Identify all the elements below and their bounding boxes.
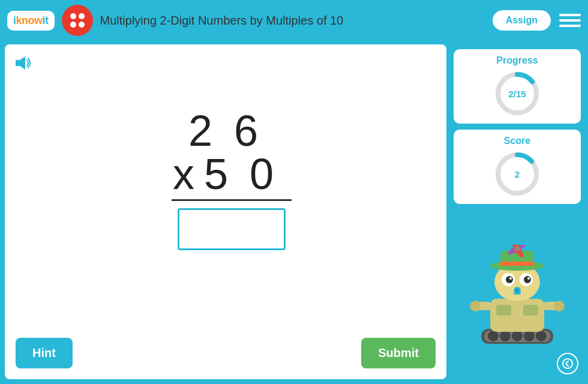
bottom-number: 5 0	[204, 152, 278, 196]
progress-label: Progress	[496, 55, 538, 66]
score-circle: 2	[493, 150, 541, 198]
svg-point-10	[512, 331, 523, 341]
lesson-title: Multiplying 2-Digit Numbers by Multiples…	[100, 14, 484, 28]
mascot-area	[454, 210, 581, 347]
svg-marker-1	[20, 56, 25, 70]
progress-circle: 2/15	[493, 70, 541, 118]
dice-dot	[70, 22, 76, 28]
svg-point-19	[554, 301, 565, 311]
main-body: 2 6 x 5 0 Hint Submit Progress 2/15	[0, 41, 588, 384]
svg-rect-28	[500, 262, 534, 266]
dice-dot	[79, 13, 85, 19]
left-panel: 2 6 x 5 0 Hint Submit	[5, 44, 446, 379]
score-value: 2	[515, 169, 520, 179]
answer-input-box[interactable]	[178, 208, 286, 250]
svg-point-33	[509, 277, 512, 280]
svg-point-8	[488, 331, 499, 341]
robot-mascot	[469, 245, 565, 347]
submit-button[interactable]: Submit	[361, 338, 436, 368]
progress-box: Progress 2/15	[454, 49, 581, 124]
logo-text: iknowit	[13, 14, 49, 27]
menu-icon[interactable]	[559, 10, 581, 31]
svg-rect-14	[496, 305, 511, 316]
svg-point-38	[563, 359, 572, 368]
sound-icon[interactable]	[14, 54, 32, 74]
svg-point-32	[524, 276, 531, 283]
svg-point-31	[506, 276, 513, 283]
progress-value: 2/15	[508, 89, 526, 99]
svg-point-17	[470, 301, 481, 311]
svg-point-34	[527, 277, 530, 280]
top-number: 2 6	[188, 109, 263, 152]
dice-dot	[70, 13, 76, 19]
assign-button[interactable]: Assign	[491, 9, 552, 32]
back-icon	[562, 358, 573, 369]
score-label: Score	[504, 136, 530, 146]
dice-icon	[62, 5, 93, 36]
svg-rect-37	[514, 292, 521, 295]
logo: iknowit	[7, 11, 55, 31]
svg-point-12	[536, 331, 547, 341]
bottom-row: x 5 0	[173, 152, 278, 196]
svg-point-27	[515, 246, 520, 251]
dice-dot	[79, 22, 85, 28]
svg-rect-15	[523, 305, 538, 316]
back-button[interactable]	[557, 353, 578, 374]
right-panel: Progress 2/15 Score 2	[451, 44, 583, 379]
menu-bar-3	[559, 25, 581, 27]
menu-bar-2	[559, 19, 581, 22]
hint-button[interactable]: Hint	[16, 338, 73, 368]
multiply-symbol: x	[173, 152, 199, 196]
score-box: Score 2	[454, 130, 581, 204]
bottom-buttons: Hint Submit	[13, 331, 438, 371]
menu-bar-1	[559, 14, 581, 16]
divider-line	[172, 199, 292, 201]
header: iknowit Multiplying 2-Digit Numbers by M…	[0, 0, 588, 41]
svg-point-11	[524, 331, 535, 341]
svg-point-9	[500, 331, 511, 341]
svg-point-36	[515, 289, 519, 292]
svg-rect-0	[16, 60, 20, 66]
math-problem: 2 6 x 5 0	[13, 53, 438, 331]
